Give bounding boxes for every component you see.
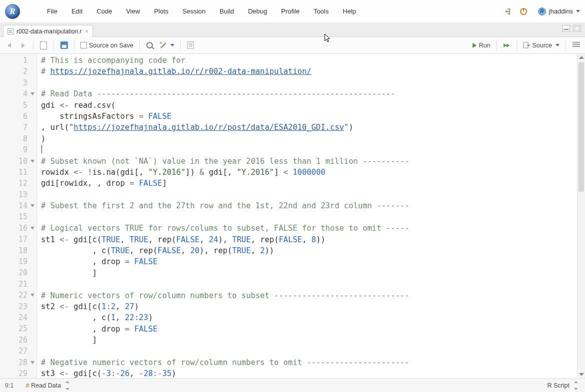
- code-line[interactable]: gdi <- read.csv(: [41, 100, 577, 111]
- code-line[interactable]: , url("https://jozefhajnala.gitlab.io/r/…: [41, 122, 577, 133]
- line-number[interactable]: 22: [0, 290, 36, 301]
- code-line[interactable]: [41, 279, 577, 290]
- line-number[interactable]: 3: [0, 77, 36, 88]
- code-line[interactable]: # Logical vectors TRUE for rows/colums t…: [41, 223, 577, 234]
- line-number[interactable]: 21: [0, 279, 36, 290]
- line-number[interactable]: 18: [0, 245, 36, 256]
- menu-tools[interactable]: Tools: [307, 5, 336, 17]
- line-number[interactable]: 25: [0, 323, 36, 334]
- code-line[interactable]: [41, 189, 577, 200]
- code-line[interactable]: ): [41, 133, 577, 144]
- code-line[interactable]: rowidx <- !is.na(gdi[, "Y.2016"]) & gdi[…: [41, 167, 577, 178]
- run-button[interactable]: Run: [471, 39, 492, 51]
- code-line[interactable]: stringsAsFactors = FALSE: [41, 111, 577, 122]
- rerun-button[interactable]: [501, 39, 513, 51]
- line-number[interactable]: 28: [0, 357, 36, 368]
- user-menu[interactable]: R jhaddins: [538, 7, 580, 15]
- code-line[interactable]: # This is accompanying code for: [41, 55, 577, 66]
- line-number[interactable]: 5: [0, 100, 36, 111]
- find-button[interactable]: [144, 39, 156, 51]
- scroll-down-icon[interactable]: [579, 373, 584, 376]
- close-icon[interactable]: ×: [85, 27, 89, 35]
- menu-profile[interactable]: Profile: [274, 5, 307, 17]
- menu-debug[interactable]: Debug: [241, 5, 274, 17]
- save-button[interactable]: [58, 39, 70, 51]
- code-line[interactable]: , c(1, 22:23): [41, 312, 577, 323]
- line-gutter[interactable]: 1234567891011121314151617181920212223242…: [0, 54, 37, 378]
- nav-forward-button[interactable]: [17, 39, 29, 51]
- source-on-save-toggle[interactable]: Source on Save: [78, 39, 135, 51]
- line-number[interactable]: 13: [0, 189, 36, 200]
- outline-button[interactable]: [570, 39, 582, 51]
- line-number[interactable]: 6: [0, 111, 36, 122]
- minimize-pane-icon[interactable]: [562, 25, 570, 32]
- line-number[interactable]: 7: [0, 122, 36, 133]
- code-line[interactable]: gdi[rowidx, , drop = FALSE]: [41, 178, 577, 189]
- code-line[interactable]: # https://jozefhajnala.gitlab.io/r/r002-…: [41, 66, 577, 77]
- code-line[interactable]: # Subest the first 2 and the 27th row an…: [41, 200, 577, 211]
- nav-back-button[interactable]: [3, 39, 15, 51]
- code-line[interactable]: # Subset known (not `NA`) value in the y…: [41, 156, 577, 167]
- line-number[interactable]: 10: [0, 156, 36, 167]
- line-number[interactable]: 15: [0, 211, 36, 222]
- code-line[interactable]: [41, 77, 577, 88]
- line-number[interactable]: 1: [0, 55, 36, 66]
- line-number[interactable]: 20: [0, 267, 36, 278]
- scroll-thumb[interactable]: [579, 62, 584, 192]
- section-selector[interactable]: # Read Data: [23, 380, 71, 392]
- line-number[interactable]: 9: [0, 144, 36, 155]
- signout-icon[interactable]: [504, 7, 513, 16]
- code-line[interactable]: [41, 144, 577, 155]
- code-line[interactable]: [41, 212, 577, 223]
- menu-help[interactable]: Help: [336, 5, 363, 17]
- line-number[interactable]: 11: [0, 167, 36, 178]
- line-number[interactable]: 4: [0, 88, 36, 99]
- line-number[interactable]: 2: [0, 66, 36, 77]
- code-line[interactable]: , drop = FALSE: [41, 324, 577, 335]
- code-line[interactable]: # Numeric vectors of row/column numbers …: [41, 290, 577, 301]
- code-line[interactable]: ]: [41, 335, 577, 346]
- line-number[interactable]: 8: [0, 133, 36, 144]
- line-number[interactable]: 26: [0, 335, 36, 346]
- report-button[interactable]: [185, 39, 197, 51]
- code-line[interactable]: , drop = FALSE: [41, 256, 577, 267]
- code-line[interactable]: # Negative numeric vectors of row/column…: [41, 357, 577, 368]
- code-line[interactable]: # Read Data ----------------------------…: [41, 88, 577, 99]
- vertical-scrollbar[interactable]: [577, 54, 585, 378]
- code-editor[interactable]: 1234567891011121314151617181920212223242…: [0, 54, 585, 378]
- source-button[interactable]: Source: [521, 39, 562, 51]
- menu-edit[interactable]: Edit: [64, 5, 89, 17]
- tab-file-active[interactable]: r002-data-manipulation.r ×: [3, 25, 93, 37]
- code-line[interactable]: st3 <- gdi[c(-3:-26, -28:-35): [41, 368, 577, 378]
- line-number[interactable]: 23: [0, 301, 36, 312]
- code-line[interactable]: st2 <- gdi[c(1:2, 27): [41, 301, 577, 312]
- line-number[interactable]: 29: [0, 368, 36, 379]
- power-icon[interactable]: [519, 7, 528, 16]
- svg-rect-2: [564, 29, 569, 30]
- code-line[interactable]: , c(TRUE, rep(FALSE, 20), rep(TRUE, 2)): [41, 245, 577, 256]
- scroll-up-icon[interactable]: [579, 56, 584, 59]
- code-line[interactable]: ]: [41, 268, 577, 279]
- line-number[interactable]: 17: [0, 234, 36, 245]
- line-number[interactable]: 12: [0, 178, 36, 189]
- language-mode[interactable]: R Script: [546, 380, 580, 392]
- cursor-position[interactable]: 9:1: [5, 382, 13, 389]
- code-line[interactable]: [41, 346, 577, 357]
- show-in-new-window-button[interactable]: [37, 39, 49, 51]
- menu-view[interactable]: View: [119, 5, 147, 17]
- maximize-pane-icon[interactable]: [573, 25, 581, 32]
- line-number[interactable]: 24: [0, 312, 36, 323]
- code-line[interactable]: st1 <- gdi[c(TRUE, TRUE, rep(FALSE, 24),…: [41, 234, 577, 245]
- line-number[interactable]: 14: [0, 200, 36, 211]
- code-tools-button[interactable]: [158, 39, 176, 51]
- line-number[interactable]: 27: [0, 346, 36, 357]
- code-area[interactable]: # This is accompanying code for# https:/…: [37, 54, 577, 378]
- menu-build[interactable]: Build: [213, 5, 241, 17]
- menu-plots[interactable]: Plots: [147, 5, 175, 17]
- line-number[interactable]: 19: [0, 256, 36, 267]
- menu-code[interactable]: Code: [89, 5, 119, 17]
- tab-filename: r002-data-manipulation.r: [16, 28, 82, 35]
- menu-session[interactable]: Session: [175, 5, 212, 17]
- menu-file[interactable]: File: [40, 5, 64, 17]
- line-number[interactable]: 16: [0, 223, 36, 234]
